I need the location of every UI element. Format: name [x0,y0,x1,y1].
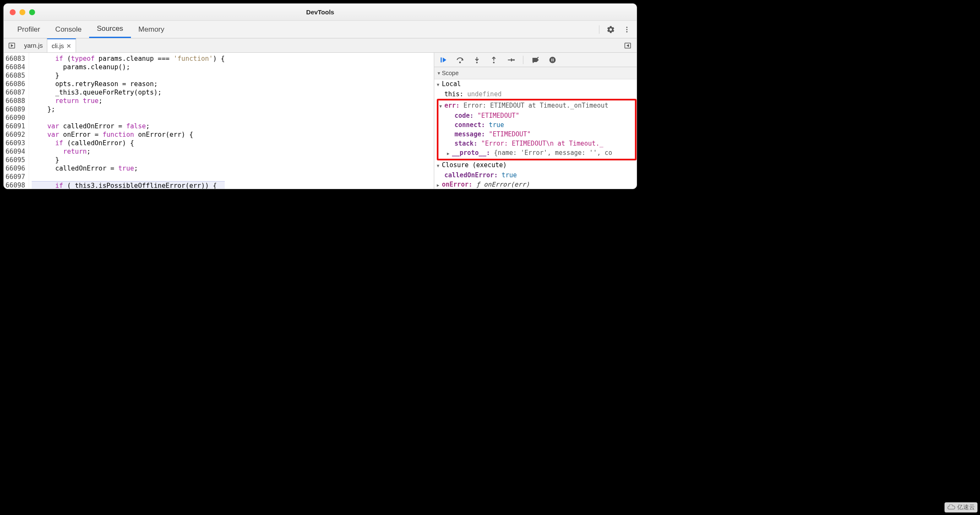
step-out-button[interactable] [488,54,499,65]
file-tab-yarn[interactable]: yarn.js [20,38,47,52]
file-tab-cli[interactable]: cli.js ✕ [47,38,76,52]
scope-var-err[interactable]: err: Error: ETIMEDOUT at Timeout._onTime… [439,101,634,111]
navigator-icon [8,42,16,49]
maximize-window-button[interactable] [29,9,35,15]
scope-header-label: Scope [442,68,459,78]
step-into-icon [473,56,481,64]
devtools-window: DevTools Profiler Console Sources Memory… [3,3,637,189]
step-out-icon [490,56,498,64]
scope-closure-header[interactable]: Closure (execute) [437,160,637,171]
sidebar-toggle-icon [624,42,632,49]
scope-var-this[interactable]: this: undefined [437,89,637,99]
deactivate-breakpoints-button[interactable] [530,54,541,65]
chevron-right-icon [447,149,452,157]
svg-marker-6 [627,44,629,46]
svg-rect-16 [553,58,554,61]
svg-point-12 [513,59,514,60]
svg-marker-8 [443,57,446,62]
scope-body: Local this: undefined err: Error: ETIMED… [434,79,637,189]
minimize-window-button[interactable] [19,9,25,15]
svg-marker-4 [11,44,13,46]
step-over-icon [456,56,464,64]
scope-err-connect[interactable]: connect: true [439,120,634,130]
chevron-down-icon [437,80,442,88]
tab-memory[interactable]: Memory [131,21,172,38]
breakpoint-disable-icon [531,56,540,64]
svg-point-10 [476,62,478,63]
resume-button[interactable] [438,54,449,65]
cloud-icon [947,504,956,510]
panel-tabs: Profiler Console Sources Memory [4,21,637,38]
pause-on-exceptions-button[interactable] [547,54,558,65]
svg-point-0 [626,27,628,28]
tab-console[interactable]: Console [48,21,89,38]
scope-err-stack[interactable]: stack: "Error: ETIMEDOUT\n at Timeout._ [439,139,634,148]
step-into-button[interactable] [471,54,482,65]
step-button[interactable] [505,54,516,65]
settings-button[interactable] [605,24,616,35]
highlighted-err-object: err: Error: ETIMEDOUT at Timeout._onTime… [437,99,637,160]
step-icon [506,56,515,64]
chevron-down-icon [439,102,444,109]
navigator-toggle-button[interactable] [6,40,17,51]
close-window-button[interactable] [10,9,16,15]
svg-rect-7 [441,57,442,62]
tab-profiler[interactable]: Profiler [10,21,48,38]
file-tab-bar: yarn.js cli.js ✕ [4,38,637,53]
scope-err-code[interactable]: code: "ETIMEDOUT" [439,111,634,120]
pause-icon [548,56,557,64]
code-editor[interactable]: 6608366084660856608666087660886608966090… [4,53,434,189]
debugger-sidebar: Scope Local this: undefined err: Error: … [434,53,637,189]
gear-icon [607,25,615,34]
titlebar: DevTools [4,4,637,21]
svg-point-14 [550,57,556,63]
resume-icon [439,56,447,64]
source-code: if (typeof params.cleanup === 'function'… [29,53,225,189]
debug-toolbar [434,53,637,67]
step-over-button[interactable] [455,54,466,65]
chevron-down-icon [437,68,442,78]
toolbar-divider [599,25,599,34]
svg-point-2 [626,31,628,32]
tab-sources[interactable]: Sources [89,21,131,38]
chevron-down-icon [437,161,442,169]
close-file-button[interactable]: ✕ [66,43,71,49]
scope-local-header[interactable]: Local [437,79,637,89]
scope-err-proto[interactable]: __proto__: {name: 'Error', message: '', … [439,148,634,158]
more-button[interactable] [621,24,632,35]
scope-section-header[interactable]: Scope [434,67,637,79]
scope-err-message[interactable]: message: "ETIMEDOUT" [439,130,634,139]
debugger-sidebar-toggle[interactable] [622,40,633,51]
file-tab-label: cli.js [52,42,64,49]
scope-var-onError[interactable]: onError: ƒ onError(err) [437,180,637,189]
chevron-right-icon [437,181,442,188]
content-area: 6608366084660856608666087660886608966090… [4,53,637,189]
watermark: 亿速云 [945,502,977,512]
kebab-icon [623,26,631,33]
scope-var-calledOnError[interactable]: calledOnError: true [437,171,637,180]
line-gutter: 6608366084660856608666087660886608966090… [4,53,29,189]
traffic-lights [4,9,35,15]
svg-point-1 [626,29,628,30]
file-tab-label: yarn.js [24,42,43,49]
svg-point-9 [459,61,461,63]
svg-point-11 [493,62,495,63]
window-title: DevTools [4,8,637,16]
toolbar-divider [523,56,523,64]
svg-rect-15 [552,58,553,61]
